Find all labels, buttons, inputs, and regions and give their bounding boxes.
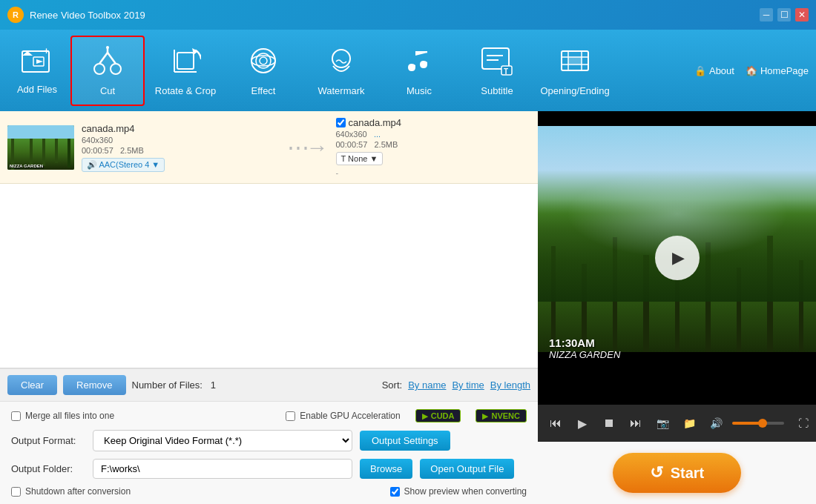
play-pause-btn[interactable]: ▶ <box>572 413 593 434</box>
input-filename: canada.mp4 <box>82 123 277 134</box>
start-label: Start <box>671 465 705 482</box>
toolbar-item-music[interactable]: Music <box>382 36 456 106</box>
gpu-checkbox[interactable] <box>286 411 295 421</box>
homepage-link[interactable]: 🏠 HomePage <box>746 65 809 76</box>
start-button[interactable]: ↺ Start <box>613 453 742 493</box>
bottom-controls: Clear Remove Number of Files: 1 Sort: By… <box>0 368 538 401</box>
volume-icon-btn[interactable]: 🔊 <box>705 413 726 434</box>
nvenc-badge[interactable]: ▶ NVENC <box>476 409 527 422</box>
sort-by-name[interactable]: By name <box>408 379 446 391</box>
subtitle-dropdown[interactable]: T None ▼ <box>336 152 384 165</box>
svg-text:T: T <box>504 67 508 76</box>
window-maximize-btn[interactable]: ☐ <box>777 8 791 21</box>
open-folder-btn[interactable]: 📁 <box>679 413 700 434</box>
format-select[interactable]: Keep Original Video Format (*.*) <box>93 430 352 451</box>
stop-btn[interactable]: ⏹ <box>599 413 619 434</box>
app-logo: R <box>7 7 24 23</box>
show-preview-checkbox-label[interactable]: Show preview when converting <box>390 486 527 497</box>
start-icon: ↺ <box>650 463 663 483</box>
window-close-btn[interactable]: ✕ <box>795 8 809 21</box>
video-top-bar <box>538 111 816 126</box>
expand-btn[interactable]: ⛶ <box>798 417 809 429</box>
subtitle-arrow-icon: ▼ <box>369 154 378 163</box>
format-row: Output Format: Keep Original Video Forma… <box>11 430 527 451</box>
output-dash: - <box>336 168 531 177</box>
cut-label: Cut <box>100 85 115 96</box>
shutdown-row: Shutdown after conversion Show preview w… <box>11 486 527 497</box>
toolbar-item-watermark[interactable]: Watermark <box>304 36 378 106</box>
volume-slider[interactable] <box>732 422 784 425</box>
sort-label: Sort: <box>382 379 402 391</box>
shutdown-checkbox[interactable] <box>11 487 21 497</box>
left-panel: NIZZA GARDEN canada.mp4 640x360 00:00:57… <box>0 111 538 504</box>
toolbar-item-cut[interactable]: Cut <box>70 36 145 106</box>
format-label: Output Format: <box>11 435 85 446</box>
file-list: NIZZA GARDEN canada.mp4 640x360 00:00:57… <box>0 111 538 368</box>
output-checkbox[interactable] <box>336 118 346 127</box>
toolbar-item-rotate-crop[interactable]: Rotate & Crop <box>148 36 223 106</box>
output-more-btn[interactable]: ... <box>374 130 381 139</box>
show-preview-checkbox[interactable] <box>390 487 400 497</box>
folder-label: Output Folder: <box>11 463 85 474</box>
sort-by-time[interactable]: By time <box>452 379 484 391</box>
video-preview: 11:30AM NIZZA GARDEN ▶ <box>538 111 816 405</box>
effect-icon <box>248 45 279 81</box>
screenshot-btn[interactable]: 📷 <box>652 413 673 434</box>
svg-point-17 <box>260 57 267 64</box>
file-info: canada.mp4 640x360 00:00:57 2.5MB 🔊 AAC(… <box>82 123 277 172</box>
shutdown-checkbox-label[interactable]: Shutdown after conversion <box>11 486 131 497</box>
svg-rect-11 <box>177 53 194 69</box>
svg-text:+: + <box>44 47 49 56</box>
music-icon <box>404 45 435 81</box>
skip-forward-btn[interactable]: ⏭ <box>625 413 646 434</box>
output-duration-size: 00:00:57 2.5MB <box>336 140 531 149</box>
rotate-crop-label: Rotate & Crop <box>155 85 216 96</box>
open-output-button[interactable]: Open Output File <box>420 459 514 479</box>
app-title: Renee Video Toolbox 2019 <box>30 10 760 21</box>
output-subtitle-row: T None ▼ <box>336 152 531 165</box>
output-resolution: 640x360 ... <box>336 130 531 139</box>
watermark-icon <box>326 45 357 81</box>
opening-ending-label: Opening/Ending <box>540 85 609 96</box>
effect-label: Effect <box>251 85 275 96</box>
output-filename: canada.mp4 <box>349 117 402 128</box>
table-row: NIZZA GARDEN canada.mp4 640x360 00:00:57… <box>0 111 538 184</box>
audio-badge[interactable]: 🔊 AAC(Stereo 4 ▼ <box>82 158 165 172</box>
file-count-label: Number of Files: 1 <box>132 379 216 391</box>
output-checkbox-row[interactable]: canada.mp4 <box>336 117 531 128</box>
window-controls[interactable]: ─ ☐ ✕ <box>760 8 809 21</box>
home-icon: 🏠 <box>746 65 757 76</box>
toolbar-item-opening-ending[interactable]: Opening/Ending <box>538 36 612 106</box>
video-overlay-text: 11:30AM NIZZA GARDEN <box>549 336 620 360</box>
output-settings-button[interactable]: Output Settings <box>360 431 450 451</box>
video-location: NIZZA GARDEN <box>549 349 620 360</box>
skip-back-btn[interactable]: ⏮ <box>545 413 566 434</box>
music-label: Music <box>407 85 432 96</box>
folder-input[interactable] <box>93 459 352 479</box>
file-output: canada.mp4 640x360 ... 00:00:57 2.5MB <box>336 117 531 177</box>
audio-dropdown-arrow: ▼ <box>151 160 159 169</box>
file-thumbnail: NIZZA GARDEN <box>7 125 74 170</box>
merge-checkbox-label[interactable]: Merge all files into one <box>11 411 114 421</box>
svg-point-5 <box>94 64 105 74</box>
browse-button[interactable]: Browse <box>360 459 412 479</box>
svg-point-6 <box>111 64 121 74</box>
toolbar-item-add-files[interactable]: + Add Files <box>7 36 67 106</box>
window-minimize-btn[interactable]: ─ <box>760 8 773 21</box>
lock-icon: 🔒 <box>694 65 706 76</box>
watermark-label: Watermark <box>317 85 364 96</box>
about-link[interactable]: 🔒 About <box>694 65 734 76</box>
clear-button[interactable]: Clear <box>7 375 57 395</box>
opening-ending-icon <box>559 45 590 81</box>
options-panel: Merge all files into one Enable GPU Acce… <box>0 401 538 504</box>
toolbar: + Add Files Cut <box>0 30 816 111</box>
gpu-checkbox-label[interactable]: Enable GPU Acceleration <box>286 411 400 421</box>
toolbar-item-subtitle[interactable]: T Subtitle <box>460 36 534 106</box>
play-button[interactable]: ▶ <box>655 236 700 280</box>
right-panel: 11:30AM NIZZA GARDEN ▶ ⏮ ▶ ⏹ ⏭ 📷 📁 🔊 ⛶ ↺… <box>538 111 816 504</box>
remove-button[interactable]: Remove <box>63 375 125 395</box>
merge-checkbox[interactable] <box>11 411 21 421</box>
cuda-badge[interactable]: ▶ CUDA <box>415 409 461 422</box>
toolbar-item-effect[interactable]: Effect <box>226 36 300 106</box>
sort-by-length[interactable]: By length <box>490 379 530 391</box>
